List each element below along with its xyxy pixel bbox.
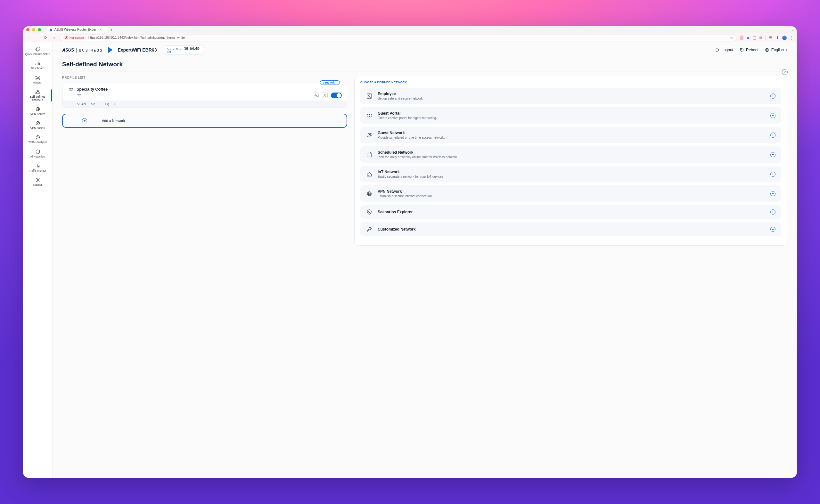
sidebar-item-vpn-server[interactable]: VPN Server (23, 104, 52, 118)
tab-title: ASUS Wireless Router Exper (54, 28, 96, 31)
network-type-scenarios-explorer[interactable]: Scenarios Explorer + (360, 205, 781, 219)
sidebar-item-label: Traffic Analyzer (28, 141, 47, 144)
profile-avatar[interactable] (782, 36, 787, 40)
sidebar-item-quick-internet-setup[interactable]: Quick Internet Setup (23, 44, 52, 58)
browser-menu-icon[interactable]: ⋮ (790, 36, 794, 40)
sidebar-item-label: Dashboard (31, 67, 45, 70)
schedule-icon[interactable] (322, 93, 328, 98)
not-secure-badge[interactable]: Not Secure (63, 36, 86, 40)
network-type-employee[interactable]: EmployeeSet up safe and secure network + (360, 88, 781, 104)
sidebar-item-label: AiProtection (30, 155, 45, 158)
extension-icon[interactable]: ◆ (747, 36, 750, 40)
page-content: Self-defined Network PROFILE LIST Free W… (53, 58, 797, 478)
window-close-button[interactable] (26, 28, 29, 31)
nav-home-button[interactable]: ⌂ (51, 35, 56, 40)
nt-desc: Easily separate a network for your IoT d… (377, 175, 765, 178)
svg-point-19 (324, 94, 325, 95)
vpn-server-icon (35, 107, 41, 112)
tab-close-icon[interactable]: ✕ (99, 28, 102, 31)
window-minimize-button[interactable] (32, 28, 35, 31)
sidebar-item-label: Settings (33, 183, 43, 186)
nt-desc: Plan the daily or weekly online time for… (377, 155, 765, 159)
add-network-button[interactable]: + Add a Network (62, 114, 347, 128)
sidebar: Quick Internet Setup Dashboard AiMesh Se… (23, 42, 53, 478)
profile-card[interactable]: Free WiFi Specialty Coffee (62, 83, 347, 108)
add-icon[interactable]: + (770, 172, 775, 177)
svg-point-0 (36, 48, 39, 51)
app-root: Quick Internet Setup Dashboard AiMesh Se… (23, 42, 797, 478)
sidebar-item-traffic-analyzer[interactable]: Traffic Analyzer (23, 132, 52, 146)
system-time-box: System Time Sat 16:54:49 (162, 45, 204, 55)
nav-back-button[interactable]: ← (26, 35, 31, 40)
sidebar-item-traffic-monitor[interactable]: Traffic Monitor (23, 161, 52, 175)
sidebar-item-vpn-fusion[interactable]: VPN Fusion (23, 118, 52, 132)
vpn-icon (366, 191, 372, 197)
add-icon[interactable]: + (770, 133, 775, 138)
network-type-iot-network[interactable]: IoT NetworkEasily separate a network for… (360, 166, 781, 182)
nt-desc: Establish a secure internet connection (377, 194, 765, 198)
address-bar[interactable]: Not Secure https://192.168.50.1:8443/ind… (60, 35, 737, 41)
window-maximize-button[interactable] (38, 28, 41, 31)
add-icon[interactable]: + (770, 93, 775, 99)
network-type-vpn-network[interactable]: VPN NetworkEstablish a secure internet c… (360, 185, 781, 202)
nav-reload-button[interactable]: ⟳ (43, 35, 48, 40)
network-type-customized-network[interactable]: Customized Network + (360, 222, 781, 236)
extensions-menu-icon[interactable]: ⧉ (759, 36, 762, 40)
free-wifi-badge: Free WiFi (320, 80, 340, 85)
defined-networks-panel: ? CHOOSE A DEFINED NETWORK EmployeeSet u… (354, 76, 787, 246)
wifi-icon (77, 94, 81, 97)
network-type-guest-portal[interactable]: Guest PortalCreate captive portal for di… (360, 107, 781, 124)
svg-point-6 (37, 90, 38, 92)
vlan-value: 52 (91, 102, 95, 106)
sidebar-item-aimesh[interactable]: AiMesh (23, 73, 52, 87)
help-icon[interactable]: ? (782, 69, 788, 75)
network-type-guest-network[interactable]: Guest NetworkProvide scheduled or one ti… (360, 127, 781, 143)
iot-icon (366, 171, 372, 177)
nt-title: Guest Portal (377, 111, 765, 116)
translate-icon[interactable] (313, 93, 319, 98)
svg-point-26 (368, 133, 369, 135)
language-select[interactable]: English ▾ (765, 48, 787, 52)
page-title: Self-defined Network (62, 61, 787, 68)
add-icon[interactable]: + (770, 209, 775, 215)
profile-list-label: PROFILE LIST (62, 76, 347, 79)
add-icon[interactable]: + (770, 152, 775, 157)
settings-icon (35, 177, 41, 183)
bookmark-star-icon[interactable]: ☆ (730, 36, 734, 40)
network-type-scheduled-network[interactable]: Scheduled NetworkPlan the daily or weekl… (360, 146, 781, 163)
logout-button[interactable]: Logout (715, 48, 733, 52)
new-tab-button[interactable]: + (110, 28, 113, 32)
nt-title: IoT Network (377, 170, 765, 174)
add-icon[interactable]: + (770, 191, 775, 196)
profile-name: Specialty Coffee (77, 87, 108, 92)
divider (62, 71, 787, 71)
sidebar-item-label: VPN Fusion (30, 127, 45, 130)
extension-icon[interactable]: ▢ (753, 36, 756, 40)
brand-logo: ASUS | BUSINESS (62, 47, 103, 53)
sidebar-item-dashboard[interactable]: Dashboard (23, 58, 52, 72)
browser-tab[interactable]: ASUS Wireless Router Exper ✕ (47, 27, 108, 33)
sidebar-item-label: Traffic Monitor (29, 169, 46, 172)
extension-icons: ↓ ◆ ▢ ⧉ ☰ ⬇ ⋮ (740, 36, 794, 40)
downloads-icon[interactable]: ⬇ (776, 36, 779, 40)
sidebar-item-label: VPN Server (30, 113, 45, 116)
tabs-collapse-icon[interactable]: ⌵ (792, 28, 794, 31)
sidebar-item-label: Self-defined Network (24, 95, 51, 102)
aimesh-icon (35, 75, 41, 80)
devices-icon (105, 102, 109, 106)
browser-window: ASUS Wireless Router Exper ✕ + ⌵ ← → ⟳ ⌂… (23, 26, 797, 478)
sidebar-item-self-defined-network[interactable]: Self-defined Network (23, 87, 52, 104)
dashboard-icon (35, 61, 41, 66)
reboot-button[interactable]: Reboot (740, 48, 759, 52)
reading-list-icon[interactable]: ☰ (769, 36, 773, 40)
sidebar-item-settings[interactable]: Settings (23, 175, 52, 189)
browser-toolbar: ← → ⟳ ⌂ Not Secure https://192.168.50.1:… (23, 33, 797, 42)
profile-toggle[interactable] (331, 93, 342, 98)
chevron-down-icon: ▾ (786, 48, 787, 52)
extension-icon[interactable]: ↓ (740, 36, 743, 40)
traffic-analyzer-icon (35, 135, 41, 140)
add-icon[interactable]: + (770, 113, 775, 118)
add-icon[interactable]: + (770, 227, 775, 232)
sidebar-item-aiprotection[interactable]: AiProtection (23, 147, 52, 161)
nav-forward-button[interactable]: → (35, 35, 40, 40)
